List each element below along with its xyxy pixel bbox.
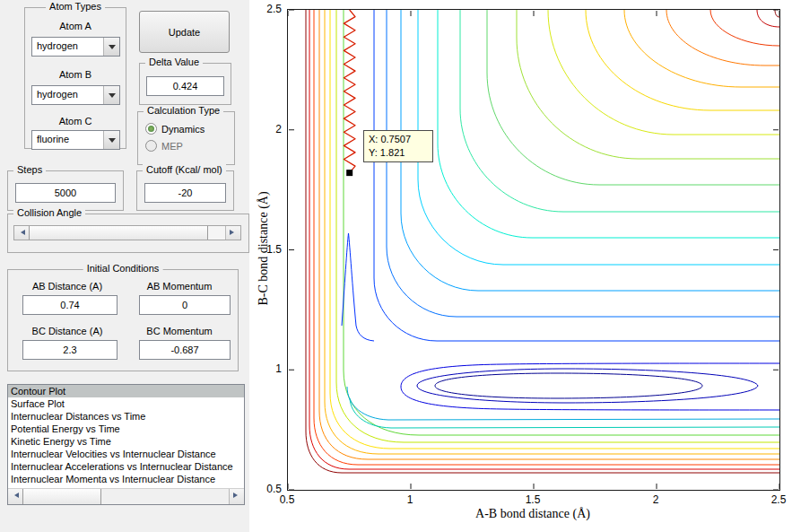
atom-a-label: Atom A [25,21,126,31]
bc-distance-label: BC Distance (A) [13,326,121,336]
collision-angle-slider[interactable] [13,225,241,240]
contour-line [548,10,779,135]
arrow-left-icon [18,230,25,235]
cutoff-input[interactable]: -20 [144,183,226,203]
contour-line [624,10,779,87]
y-tick-label: 1.5 [251,243,282,256]
chevron-down-icon [109,138,116,146]
arrow-left-icon [12,493,19,498]
datatip-x-value: X: 0.7507 [369,133,428,146]
contour-line [347,387,779,420]
atom-c-dropdown[interactable]: fluorine [31,130,120,150]
contour-line [418,10,779,265]
atom-c-value: fluorine [37,134,69,144]
datatip-marker[interactable] [346,170,352,176]
contour-line [401,10,779,291]
datatip[interactable]: X: 0.7507 Y: 1.821 [363,130,433,162]
ab-distance-input[interactable]: 0.74 [22,295,117,315]
contour-line [775,10,779,17]
list-item[interactable]: Internuclear Distances vs Time [8,410,244,423]
atom-types-groupbox: Atom Types Atom A hydrogen Atom B hydrog… [24,7,126,149]
initial-conditions-groupbox: Initial Conditions AB Distance (A) AB Mo… [7,269,239,371]
slider-right-arrow-button[interactable] [225,226,240,240]
x-tick-label: 2.5 [759,493,792,506]
trajectory-line [344,10,355,173]
contour-line [710,10,779,46]
mep-radio-label: MEP [161,141,183,152]
bc-momentum-input[interactable]: -0.687 [139,340,231,360]
arrow-right-icon [233,493,240,498]
contour-line [435,373,702,398]
cutoff-title: Cutoff (Kcal/ mol) [143,164,226,175]
scrollbar-right-arrow-button[interactable] [229,489,244,504]
update-button[interactable]: Update [139,11,230,53]
x-tick-label: 2 [636,493,675,506]
chevron-down-icon [109,93,116,101]
plot-type-listbox[interactable]: Contour PlotSurface PlotInternuclear Dis… [7,384,245,505]
bc-momentum-label: BC Momentum [130,326,229,336]
atom-b-dropdown[interactable]: hydrogen [31,85,120,105]
contour-line [666,10,779,65]
atom-b-label: Atom B [25,69,126,80]
scrollbar-left-arrow-button[interactable] [8,489,23,504]
x-axis-label: A-B bond distance (Å) [287,507,779,521]
atom-types-title: Atom Types [46,1,105,12]
collision-angle-groupbox: Collision Angle [7,214,249,253]
contour-plot-axes[interactable]: X: 0.7507 Y: 1.821 [287,9,780,491]
steps-title: Steps [13,164,46,175]
steps-input[interactable]: 5000 [15,183,116,203]
ab-distance-label: AB Distance (A) [13,281,121,292]
list-item[interactable]: Internuclear Velocities vs Internuclear … [8,448,244,460]
contour-line [336,10,779,442]
y-tick-label: 2.5 [251,3,282,15]
dynamics-radio-label: Dynamics [161,124,205,135]
atom-b-value: hydrogen [37,89,78,100]
contour-line [309,10,779,469]
atom-a-dropdown[interactable]: hydrogen [31,37,120,57]
delta-value-title: Delta Value [145,57,203,67]
contour-line [517,10,779,159]
list-item[interactable]: Internuclear Accelerations vs Internucle… [8,460,244,473]
initial-conditions-title: Initial Conditions [83,263,163,274]
list-item[interactable]: Kinetic Energy vs Time [8,435,244,448]
steps-groupbox: Steps 5000 [7,170,124,211]
atom-a-value: hydrogen [37,40,78,51]
bc-distance-input[interactable]: 2.3 [22,340,117,360]
contour-line [306,10,779,473]
x-tick-label: 1 [390,493,430,506]
list-item[interactable]: Contour Plot [8,385,244,397]
dynamics-radio[interactable] [145,123,157,135]
contour-line [325,10,779,454]
ab-momentum-label: AB Momentum [130,281,229,292]
scrollbar-thumb[interactable] [22,489,101,504]
list-item[interactable]: Surface Plot [8,397,244,410]
listbox-horizontal-scrollbar[interactable] [8,488,244,504]
calculation-type-title: Calculation Type [144,105,223,116]
contour-plot-canvas [288,10,779,490]
contour-line [757,10,779,27]
arrow-right-icon [230,230,237,235]
cutoff-groupbox: Cutoff (Kcal/ mol) -20 [136,170,234,211]
listbox-items: Contour PlotSurface PlotInternuclear Dis… [8,385,244,485]
y-tick-label: 0.5 [251,483,282,495]
contour-line [586,10,779,110]
contour-line [342,233,374,341]
delta-value-groupbox: Delta Value 0.424 [139,63,231,105]
list-item[interactable]: Internuclear Momenta vs Internuclear Dis… [8,473,244,485]
slider-thumb[interactable] [29,226,208,240]
chevron-down-icon [109,45,116,53]
y-tick-label: 1 [251,362,282,375]
atom-c-label: Atom C [25,116,126,126]
slider-left-arrow-button[interactable] [14,226,30,240]
ab-momentum-input[interactable]: 0 [139,295,231,315]
y-tick-label: 2 [251,123,282,135]
contour-line [319,10,779,459]
contour-line [344,10,779,435]
delta-value-input[interactable]: 0.424 [146,76,224,96]
contour-line [438,10,779,238]
x-tick-label: 0.5 [267,493,307,506]
mep-radio[interactable] [145,140,157,152]
calculation-type-groupbox: Calculation Type Dynamics MEP [137,111,235,165]
application-window: Atom Types Atom A hydrogen Atom B hydrog… [0,0,792,532]
list-item[interactable]: Potential Energy vs Time [8,423,244,435]
